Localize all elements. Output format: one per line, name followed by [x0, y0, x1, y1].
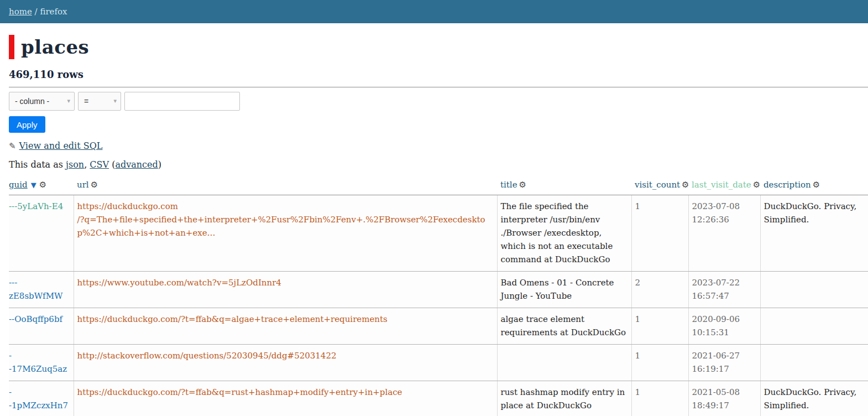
filter-form: - column - ▾ = ▾ Apply — [9, 87, 868, 133]
column-header-last_visit_date: last_visit_date⚙︎ — [688, 178, 760, 195]
cell-visit_count: 2 — [631, 272, 688, 308]
pencil-icon: ✎ — [9, 141, 16, 151]
guid-link[interactable]: --17M6Zuq5az — [9, 351, 67, 374]
cell-title: algae trace element requirements at Duck… — [497, 308, 631, 345]
table-header-row: guid ▼⚙︎url⚙︎title⚙︎visit_count⚙︎last_vi… — [9, 178, 868, 195]
breadcrumb-separator: / — [32, 7, 40, 17]
column-header-description: description⚙︎ — [760, 178, 868, 195]
export-csv-link[interactable]: CSV — [90, 159, 109, 170]
export-advanced-link[interactable]: advanced — [115, 159, 158, 170]
apply-button[interactable]: Apply — [9, 116, 45, 133]
gear-icon[interactable]: ⚙︎ — [682, 180, 688, 190]
export-paren-open: ( — [109, 159, 115, 170]
sort-link-description[interactable]: description — [764, 180, 811, 190]
sort-link-url[interactable]: url — [77, 180, 89, 190]
sort-link-title[interactable]: title — [500, 180, 517, 190]
page-title: places — [21, 36, 89, 58]
cell-description — [760, 345, 868, 381]
top-nav-bar: home / firefox — [0, 0, 868, 23]
cell-description: DuckDuckGo. Privacy, Simplified. — [760, 195, 868, 272]
cell-url: https://duckduckgo.com /?q=The+file+spec… — [74, 195, 497, 272]
cell-guid: --17M6Zuq5az — [9, 345, 74, 381]
cell-title: rust hashmap modify entry in place at Du… — [497, 381, 631, 416]
cell-guid: --OoBqffp6bf — [9, 308, 74, 345]
accent-bar — [9, 35, 14, 59]
sort-link-last_visit_date[interactable]: last_visit_date — [692, 180, 751, 190]
table-row: --1pMZczxHn7https://duckduckgo.com/?t=ff… — [9, 381, 868, 416]
guid-link[interactable]: --OoBqffp6bf — [9, 314, 62, 324]
cell-url: https://www.youtube.com/watch?v=5jLzOdIn… — [74, 272, 497, 308]
gear-icon[interactable]: ⚙︎ — [39, 180, 46, 190]
breadcrumb-home-link[interactable]: home — [9, 7, 32, 17]
cell-url: https://duckduckgo.com/?t=ffab&q=algae+t… — [74, 308, 497, 345]
sort-link-guid[interactable]: guid — [9, 180, 28, 190]
cell-url: https://duckduckgo.com/?t=ffab&q=rust+ha… — [74, 381, 497, 416]
url-link[interactable]: https://duckduckgo.com/?t=ffab&q=rust+ha… — [77, 387, 402, 397]
filter-operator-select[interactable]: = — [78, 92, 121, 111]
cell-url: http://stackoverflow.com/questions/52030… — [74, 345, 497, 381]
filter-column-select[interactable]: - column - — [9, 92, 75, 111]
export-separator: , — [84, 159, 90, 170]
cell-last_visit_date: 2023-07-08 12:26:36 — [688, 195, 760, 272]
guid-link[interactable]: --1pMZczxHn7 — [9, 387, 68, 410]
cell-title — [497, 345, 631, 381]
gear-icon[interactable]: ⚙︎ — [813, 180, 820, 190]
row-count: 469,110 rows — [9, 69, 868, 80]
guid-link[interactable]: ---zE8sbWfMW — [9, 278, 62, 301]
column-header-guid: guid ▼⚙︎ — [9, 178, 74, 195]
export-paren-close: ) — [158, 159, 161, 170]
cell-last_visit_date: 2021-05-08 18:49:17 — [688, 381, 760, 416]
cell-description — [760, 308, 868, 345]
url-link[interactable]: http://stackoverflow.com/questions/52030… — [77, 351, 337, 361]
cell-guid: ---zE8sbWfMW — [9, 272, 74, 308]
cell-guid: ---5yLaVh-E4 — [9, 195, 74, 272]
gear-icon[interactable]: ⚙︎ — [91, 180, 98, 190]
column-header-url: url⚙︎ — [74, 178, 497, 195]
gear-icon[interactable]: ⚙︎ — [519, 180, 526, 190]
cell-visit_count: 1 — [631, 381, 688, 416]
sort-link-visit_count[interactable]: visit_count — [635, 180, 680, 190]
cell-visit_count: 1 — [631, 345, 688, 381]
breadcrumb: home / firefox — [0, 0, 868, 23]
sort-desc-icon: ▼ — [29, 181, 36, 189]
gear-icon[interactable]: ⚙︎ — [753, 180, 760, 190]
operator-select-wrap: = ▾ — [78, 92, 121, 111]
cell-guid: --1pMZczxHn7 — [9, 381, 74, 416]
cell-visit_count: 1 — [631, 308, 688, 345]
filter-value-input[interactable] — [124, 92, 240, 111]
cell-title: Bad Omens - 01 - Concrete Jungle - YouTu… — [497, 272, 631, 308]
guid-link[interactable]: ---5yLaVh-E4 — [9, 201, 63, 211]
table-row: ---5yLaVh-E4https://duckduckgo.com /?q=T… — [9, 195, 868, 272]
url-link[interactable]: https://duckduckgo.com/?t=ffab&q=algae+t… — [77, 314, 388, 324]
url-link[interactable]: https://duckduckgo.com /?q=The+file+spec… — [77, 201, 485, 238]
url-link[interactable]: https://www.youtube.com/watch?v=5jLzOdIn… — [77, 278, 281, 288]
cell-description: DuckDuckGo. Privacy, Simplified. — [760, 381, 868, 416]
places-table: guid ▼⚙︎url⚙︎title⚙︎visit_count⚙︎last_vi… — [9, 178, 868, 416]
export-json-link[interactable]: json — [66, 159, 84, 170]
cell-last_visit_date: 2020-09-06 10:15:31 — [688, 308, 760, 345]
cell-description — [760, 272, 868, 308]
table-row: ---zE8sbWfMWhttps://www.youtube.com/watc… — [9, 272, 868, 308]
table-row: --17M6Zuq5azhttp://stackoverflow.com/que… — [9, 345, 868, 381]
cell-last_visit_date: 2023-07-22 16:57:47 — [688, 272, 760, 308]
cell-last_visit_date: 2021-06-27 16:19:17 — [688, 345, 760, 381]
cell-visit_count: 1 — [631, 195, 688, 272]
cell-title: The file specified the interpreter /usr/… — [497, 195, 631, 272]
export-prefix: This data as — [9, 159, 66, 170]
export-options: This data as json, CSV (advanced) — [9, 159, 868, 170]
column-header-title: title⚙︎ — [497, 178, 631, 195]
table-row: --OoBqffp6bfhttps://duckduckgo.com/?t=ff… — [9, 308, 868, 345]
breadcrumb-current-db: firefox — [40, 7, 67, 17]
column-header-visit_count: visit_count⚙︎ — [631, 178, 688, 195]
column-select-wrap: - column - ▾ — [9, 92, 75, 111]
view-edit-sql-link[interactable]: View and edit SQL — [19, 141, 103, 151]
